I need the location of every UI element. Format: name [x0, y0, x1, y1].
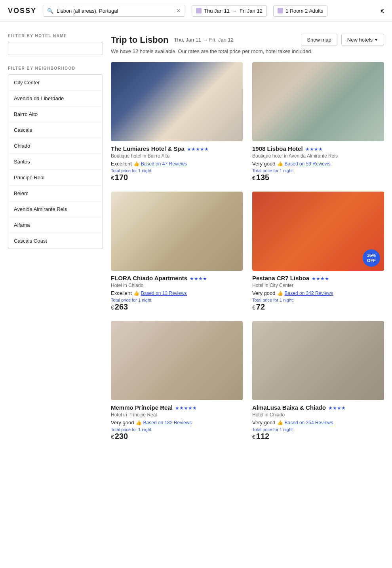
thumb-up-icon: 👍	[277, 161, 283, 167]
price-label: Total price for 1 night:	[111, 298, 243, 302]
hotel-name-row: Pestana CR7 Lisboa★★★★	[252, 275, 384, 281]
filter-hotel-label: FILTER BY HOTEL NAME	[8, 34, 103, 38]
price-currency: €	[252, 434, 255, 440]
hotel-stars: ★★★★★	[187, 146, 209, 152]
hotel-price: €135	[252, 173, 384, 182]
neighborhood-item[interactable]: Principe Real	[8, 170, 103, 186]
hotel-stars: ★★★★	[190, 276, 207, 281]
neighborhood-item[interactable]: Santos	[8, 154, 103, 170]
thumb-up-icon: 👍	[277, 420, 283, 426]
rooms-swatch	[278, 8, 283, 13]
neighborhood-item[interactable]: Alfama	[8, 217, 103, 233]
hotel-price: €112	[252, 432, 384, 441]
page-layout: FILTER BY HOTEL NAME FILTER BY NEIGHBORH…	[0, 22, 392, 453]
sidebar: FILTER BY HOTEL NAME FILTER BY NEIGHBORH…	[8, 34, 103, 441]
hotel-card[interactable]: The Lumiares Hotel & Spa★★★★★Boutique ho…	[111, 62, 243, 182]
neighborhood-item[interactable]: Cascais	[8, 122, 103, 138]
filter-neighborhood-label: FILTER BY NEIGHBORHOOD	[8, 66, 103, 70]
price-label: Total price for 1 night:	[252, 298, 384, 302]
trip-title-group: Trip to Lisbon Thu, Jan 11 → Fri, Jan 12	[111, 35, 234, 45]
search-input[interactable]	[57, 8, 173, 14]
hotel-name-row: FLORA Chiado Apartments★★★★	[111, 275, 243, 281]
price-currency: €	[252, 304, 255, 311]
hotel-price: €72	[252, 302, 384, 312]
rating-label: Very good	[252, 290, 276, 296]
sort-button[interactable]: New hotels ▼	[341, 34, 384, 46]
hotel-type: Hotel in Chiado	[111, 283, 243, 288]
rating-label: Very good	[252, 420, 276, 426]
reviews-link[interactable]: Based on 182 Reviews	[143, 420, 192, 426]
neighborhood-item[interactable]: Belem	[8, 186, 103, 201]
hotel-image	[111, 321, 243, 400]
thumb-up-icon: 👍	[133, 291, 139, 296]
hotel-image	[111, 192, 243, 271]
rooms-picker[interactable]: 1 Room 2 Adults	[273, 5, 327, 17]
search-icon: 🔍	[47, 8, 53, 14]
currency-selector[interactable]: €	[381, 8, 384, 14]
date-arrow: →	[232, 8, 237, 14]
hotel-stars: ★★★★★	[175, 405, 197, 411]
neighborhood-item[interactable]: City Center	[8, 75, 103, 91]
price-currency: €	[111, 304, 114, 311]
neighborhood-item[interactable]: Bairro Alto	[8, 106, 103, 122]
hotel-name-input[interactable]	[8, 42, 103, 55]
hotel-grid: The Lumiares Hotel & Spa★★★★★Boutique ho…	[111, 62, 384, 441]
hotel-image	[252, 62, 384, 141]
price-label: Total price for 1 night:	[111, 427, 243, 432]
hotel-type: Boutique hotel in Bairro Alto	[111, 153, 243, 159]
price-currency: €	[252, 175, 255, 181]
neighborhood-item[interactable]: Cascais Coast	[8, 233, 103, 249]
hotel-image	[252, 321, 384, 400]
hotel-name: Pestana CR7 Lisboa	[252, 275, 309, 281]
search-bar[interactable]: 🔍 ✕	[43, 5, 185, 17]
hotel-price: €230	[111, 432, 243, 441]
hotel-type: Boutique hotel in Avenida Almirante Reis	[252, 153, 384, 159]
hotel-stars: ★★★★	[305, 146, 323, 152]
hotel-name-row: The Lumiares Hotel & Spa★★★★★	[111, 145, 243, 152]
neighborhood-list: City CenterAvenida da LiberdadeBairro Al…	[8, 74, 103, 249]
rating-label: Excellent	[111, 161, 132, 167]
thumb-up-icon: 👍	[277, 291, 283, 296]
logo: VOSSY	[8, 7, 36, 15]
price-label: Total price for 1 night:	[252, 168, 384, 173]
reviews-link[interactable]: Based on 254 Reviews	[285, 420, 333, 426]
neighborhood-item[interactable]: Avenida Almirante Reis	[8, 201, 103, 217]
hotel-card[interactable]: Memmo Príncipe Real★★★★★Hotel in Príncip…	[111, 321, 243, 441]
thumb-up-icon: 👍	[136, 420, 142, 426]
reviews-link[interactable]: Based on 13 Reviews	[141, 291, 187, 296]
neighborhood-item[interactable]: Chiado	[8, 138, 103, 154]
hotel-name-row: AlmaLusa Baixa & Chiado★★★★	[252, 404, 384, 411]
trip-dates: Thu, Jan 11 → Fri, Jan 12	[174, 37, 233, 43]
reviews-link[interactable]: Based on 59 Reviews	[285, 161, 331, 167]
hotel-card[interactable]: 35% OFFPestana CR7 Lisboa★★★★Hotel in Ci…	[252, 192, 384, 312]
thumb-up-icon: 👍	[133, 161, 139, 167]
hotel-image: 35% OFF	[252, 192, 384, 271]
checkin-swatch	[196, 8, 202, 13]
trip-dates-text: Thu, Jan 11 → Fri, Jan 12	[174, 37, 233, 43]
hotel-name: FLORA Chiado Apartments	[111, 275, 187, 281]
hotel-card[interactable]: FLORA Chiado Apartments★★★★Hotel in Chia…	[111, 192, 243, 312]
hotel-rating-row: Excellent👍Based on 13 Reviews	[111, 290, 243, 296]
rating-label: Excellent	[111, 290, 132, 296]
sort-label: New hotels	[347, 37, 373, 43]
neighborhood-item[interactable]: Avenida da Liberdade	[8, 91, 103, 106]
reviews-link[interactable]: Based on 47 Reviews	[141, 161, 187, 167]
date-picker[interactable]: Thu Jan 11 → Fri Jan 12	[192, 5, 267, 17]
hotel-card[interactable]: 1908 Lisboa Hotel★★★★Boutique hotel in A…	[252, 62, 384, 182]
rating-label: Very good	[252, 161, 276, 167]
hotel-type: Hotel in City Center	[252, 283, 384, 288]
checkout-date: Fri Jan 12	[240, 8, 263, 14]
header: VOSSY 🔍 ✕ Thu Jan 11 → Fri Jan 12 1 Room…	[0, 0, 392, 22]
price-label: Total price for 1 night:	[111, 168, 243, 173]
reviews-link[interactable]: Based on 342 Reviews	[285, 291, 333, 296]
hotel-rating-row: Very good👍Based on 342 Reviews	[252, 290, 384, 296]
clear-icon[interactable]: ✕	[176, 8, 181, 14]
rooms-label: 1 Room 2 Adults	[285, 8, 323, 14]
hotel-name: AlmaLusa Baixa & Chiado	[252, 404, 326, 411]
show-map-button[interactable]: Show map	[301, 34, 337, 46]
hotel-stars: ★★★★	[328, 405, 346, 411]
hotel-type: Hotel in Príncipe Real	[111, 412, 243, 418]
hotel-rating-row: Very good👍Based on 182 Reviews	[111, 420, 243, 426]
trip-actions: Show map New hotels ▼	[301, 34, 384, 46]
hotel-card[interactable]: AlmaLusa Baixa & Chiado★★★★Hotel in Chia…	[252, 321, 384, 441]
